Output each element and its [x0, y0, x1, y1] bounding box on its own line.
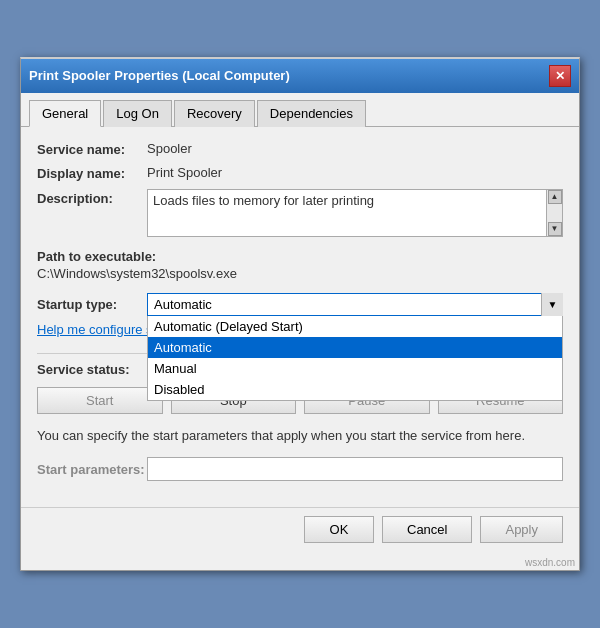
- window: Print Spooler Properties (Local Computer…: [20, 57, 580, 572]
- service-name-row: Service name: Spooler: [37, 141, 563, 157]
- start-params-row: Start parameters:: [37, 457, 563, 481]
- info-text: You can specify the start parameters tha…: [37, 426, 563, 446]
- description-row: Description: Loads files to memory for l…: [37, 189, 563, 237]
- watermark: wsxdn.com: [21, 555, 579, 570]
- description-scrollbar[interactable]: ▲ ▼: [546, 190, 562, 236]
- tab-general[interactable]: General: [29, 100, 101, 127]
- title-bar: Print Spooler Properties (Local Computer…: [21, 59, 579, 93]
- tab-dependencies[interactable]: Dependencies: [257, 100, 366, 127]
- service-name-value: Spooler: [147, 141, 192, 156]
- dropdown-arrow-icon[interactable]: ▼: [541, 293, 563, 316]
- startup-type-label: Startup type:: [37, 297, 147, 312]
- apply-button[interactable]: Apply: [480, 516, 563, 543]
- start-params-input[interactable]: [147, 457, 563, 481]
- close-button[interactable]: ✕: [549, 65, 571, 87]
- service-name-label: Service name:: [37, 141, 147, 157]
- scroll-up-btn[interactable]: ▲: [548, 190, 562, 204]
- dropdown-option-1[interactable]: Automatic: [148, 337, 562, 358]
- dropdown-list: Automatic (Delayed Start) Automatic Manu…: [147, 316, 563, 401]
- tab-logon[interactable]: Log On: [103, 100, 172, 127]
- bottom-buttons-area: OK Cancel Apply: [21, 507, 579, 555]
- description-value: Loads files to memory for later printing: [153, 193, 374, 208]
- startup-type-row: Startup type: Automatic ▼ Automatic (Del…: [37, 293, 563, 316]
- dropdown-option-2[interactable]: Manual: [148, 358, 562, 379]
- tab-recovery[interactable]: Recovery: [174, 100, 255, 127]
- path-section: Path to executable: C:\Windows\system32\…: [37, 249, 563, 281]
- service-status-label: Service status:: [37, 362, 147, 377]
- tabs-bar: General Log On Recovery Dependencies: [21, 93, 579, 127]
- dropdown-option-0[interactable]: Automatic (Delayed Start): [148, 316, 562, 337]
- title-bar-buttons: ✕: [549, 65, 571, 87]
- path-label: Path to executable:: [37, 249, 563, 264]
- start-button[interactable]: Start: [37, 387, 163, 414]
- description-box: Loads files to memory for later printing…: [147, 189, 563, 237]
- display-name-label: Display name:: [37, 165, 147, 181]
- startup-type-dropdown[interactable]: Automatic ▼ Automatic (Delayed Start) Au…: [147, 293, 563, 316]
- help-link[interactable]: Help me configure s...: [37, 322, 163, 337]
- start-params-label: Start parameters:: [37, 462, 147, 477]
- display-name-row: Display name: Print Spooler: [37, 165, 563, 181]
- ok-button[interactable]: OK: [304, 516, 374, 543]
- window-title: Print Spooler Properties (Local Computer…: [29, 68, 290, 83]
- display-name-value: Print Spooler: [147, 165, 222, 180]
- description-label: Description:: [37, 189, 147, 206]
- dropdown-selected-value[interactable]: Automatic: [147, 293, 563, 316]
- scroll-down-btn[interactable]: ▼: [548, 222, 562, 236]
- cancel-button[interactable]: Cancel: [382, 516, 472, 543]
- content-area: Service name: Spooler Display name: Prin…: [21, 127, 579, 508]
- path-value: C:\Windows\system32\spoolsv.exe: [37, 266, 563, 281]
- dropdown-option-3[interactable]: Disabled: [148, 379, 562, 400]
